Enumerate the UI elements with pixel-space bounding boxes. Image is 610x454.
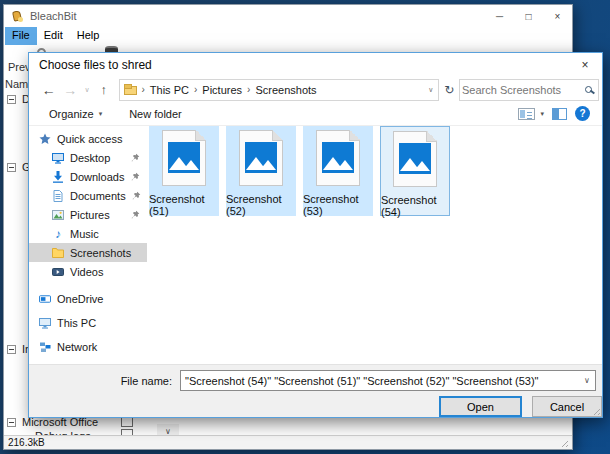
monitor-icon — [52, 152, 64, 164]
breadcrumb-pictures[interactable]: Pictures — [202, 84, 242, 96]
sidebar-item-label: Quick access — [57, 133, 122, 145]
view-mode-icon[interactable] — [518, 108, 535, 120]
file-name-row: File name: ∨ — [29, 370, 596, 391]
document-icon — [52, 190, 64, 202]
file-name-label: Screenshot (54) — [381, 194, 449, 218]
organize-dropdown-chevron[interactable]: ▾ — [99, 110, 103, 118]
preview-pane-icon[interactable] — [552, 108, 567, 120]
new-folder-button[interactable]: New folder — [129, 108, 182, 120]
forward-button[interactable]: → — [60, 82, 82, 98]
menu-help[interactable]: Help — [70, 27, 107, 45]
menu-bar: File Edit Help — [4, 27, 572, 45]
search-icon[interactable] — [585, 86, 592, 93]
sidebar-item-label: Downloads — [70, 171, 124, 183]
app-titlebar: BleachBit ─ □ × — [4, 5, 572, 27]
organize-button[interactable]: Organize — [49, 108, 94, 120]
sidebar-item-label: Pictures — [70, 209, 110, 221]
sidebar-item-label: Music — [70, 228, 99, 240]
file-tile-screenshot-53[interactable]: Screenshot (53) — [303, 126, 373, 216]
navigation-sidebar: Quick access Desktop Downloads Documents… — [29, 126, 147, 364]
file-name-dropdown-chevron[interactable]: ∨ — [579, 376, 595, 385]
image-file-icon — [162, 130, 206, 186]
view-mode-chevron[interactable]: ▾ — [540, 110, 544, 118]
pin-icon — [132, 191, 148, 200]
folder-icon — [124, 84, 137, 95]
command-bar: Organize ▾ New folder ▾ ? — [29, 102, 602, 126]
up-button[interactable]: ↑ — [93, 82, 115, 97]
app-title: BleachBit — [30, 10, 76, 22]
sidebar-item-label: Desktop — [70, 152, 110, 164]
breadcrumb-this-pc[interactable]: This PC — [150, 84, 189, 96]
resize-grip-icon[interactable] — [559, 438, 568, 447]
sidebar-item-videos[interactable]: Videos — [29, 262, 147, 281]
sidebar-item-desktop[interactable]: Desktop — [29, 148, 147, 167]
pin-icon — [131, 172, 147, 181]
dialog-body: Quick access Desktop Downloads Documents… — [29, 126, 602, 364]
download-arrow-icon — [52, 171, 64, 183]
help-icon[interactable]: ? — [575, 106, 590, 121]
expander-icon[interactable] — [7, 163, 16, 172]
sidebar-item-documents[interactable]: Documents — [29, 186, 147, 205]
commandbar-right-group: ▾ ? — [518, 106, 590, 121]
file-name-combo: ∨ — [180, 370, 596, 391]
sidebar-item-label: Network — [57, 341, 97, 353]
music-note-icon: ♪ — [52, 228, 64, 240]
breadcrumb-screenshots[interactable]: Screenshots — [255, 84, 316, 96]
file-name-label: File name: — [29, 375, 180, 387]
file-tile-screenshot-51[interactable]: Screenshot (51) — [149, 126, 219, 216]
back-button[interactable]: ← — [38, 82, 60, 98]
image-file-icon — [393, 131, 437, 187]
star-icon — [39, 133, 51, 145]
refresh-button[interactable]: ↻ — [439, 79, 459, 101]
file-tile-screenshot-54[interactable]: Screenshot (54) — [380, 126, 450, 216]
video-icon — [52, 266, 64, 278]
address-bar[interactable]: › This PC › Pictures › Screenshots ∨ — [119, 79, 440, 101]
file-list-pane: Screenshot (51) Screenshot (52) Screensh… — [147, 126, 602, 364]
status-bar: 216.3kB — [4, 435, 572, 449]
window-controls: ─ □ × — [485, 5, 572, 27]
sidebar-item-network[interactable]: Network — [29, 337, 147, 356]
cloud-icon — [39, 293, 51, 305]
sidebar-item-label: Videos — [70, 266, 103, 278]
sidebar-item-label: Documents — [70, 190, 126, 202]
file-name-input[interactable] — [181, 375, 579, 387]
address-dropdown-chevron[interactable]: ∨ — [428, 86, 435, 94]
minimize-button[interactable]: ─ — [485, 5, 514, 27]
sidebar-item-pictures[interactable]: Pictures — [29, 205, 147, 224]
crumb-separator-icon: › — [141, 84, 146, 95]
folder-icon — [52, 247, 64, 259]
open-button[interactable]: Open — [439, 396, 522, 417]
cancel-button[interactable]: Cancel — [532, 396, 602, 417]
status-size-text: 216.3kB — [8, 437, 45, 448]
sidebar-item-onedrive[interactable]: OneDrive — [29, 289, 147, 308]
sidebar-item-music[interactable]: ♪ Music — [29, 224, 147, 243]
expander-icon[interactable] — [7, 95, 16, 104]
pin-icon — [131, 153, 147, 162]
file-name-label: Screenshot (51) — [149, 193, 219, 217]
expander-icon[interactable] — [7, 418, 16, 427]
maximize-button[interactable]: □ — [514, 5, 543, 27]
dialog-titlebar: Choose files to shred × — [29, 53, 602, 77]
picture-icon — [52, 209, 64, 221]
sidebar-item-this-pc[interactable]: This PC — [29, 313, 147, 332]
file-tile-screenshot-52[interactable]: Screenshot (52) — [226, 126, 296, 216]
menu-edit[interactable]: Edit — [37, 27, 70, 45]
file-name-label: Screenshot (52) — [226, 193, 296, 217]
file-name-label: Screenshot (53) — [303, 193, 373, 217]
tree-row[interactable]: D — [7, 93, 30, 105]
sidebar-item-downloads[interactable]: Downloads — [29, 167, 147, 186]
menu-file[interactable]: File — [5, 27, 37, 45]
dialog-close-button[interactable]: × — [568, 53, 602, 77]
close-button[interactable]: × — [543, 5, 572, 27]
search-input[interactable] — [462, 84, 585, 96]
navigation-bar: ← → ∨ ↑ › This PC › Pictures › Screensho… — [29, 77, 602, 102]
sidebar-item-quick-access[interactable]: Quick access — [29, 129, 147, 148]
dialog-footer: File name: ∨ Open Cancel — [29, 364, 602, 417]
expander-icon[interactable] — [7, 345, 16, 354]
sidebar-item-screenshots[interactable]: Screenshots — [29, 243, 147, 262]
recent-locations-chevron[interactable]: ∨ — [81, 86, 93, 94]
choose-files-dialog: Choose files to shred × ← → ∨ ↑ › This P… — [28, 52, 603, 418]
sidebar-item-label: This PC — [57, 317, 96, 329]
network-icon — [39, 341, 51, 353]
file-tiles: Screenshot (51) Screenshot (52) Screensh… — [147, 126, 602, 216]
